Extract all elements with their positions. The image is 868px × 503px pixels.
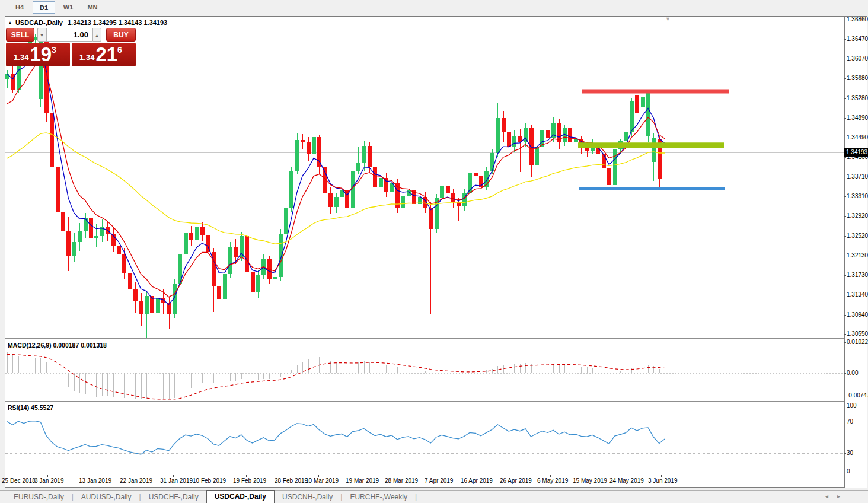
date-tick-label: 19 Mar 2019 bbox=[346, 477, 379, 484]
date-tick-mark bbox=[661, 475, 662, 477]
candle-body bbox=[256, 275, 260, 292]
macd-tick-label: 0.00 bbox=[847, 370, 858, 376]
tab-scroll-left-icon[interactable]: ◂ bbox=[825, 493, 828, 499]
date-tick-mark bbox=[173, 475, 174, 477]
timeframe-button-mn[interactable]: MN bbox=[81, 1, 104, 14]
date-tick-label: 19 Feb 2019 bbox=[233, 477, 266, 484]
date-tick-mark bbox=[359, 475, 359, 477]
tab-eurchfweekly[interactable]: EURCHF-,Weekly bbox=[342, 492, 414, 502]
candle-body bbox=[301, 140, 305, 142]
date-tick-mark bbox=[474, 475, 474, 477]
tab-usdcaddaily[interactable]: USDCAD-,Daily bbox=[206, 490, 275, 503]
date-tick-mark bbox=[318, 475, 319, 477]
candle-body bbox=[490, 153, 494, 170]
date-tick-label: 22 Jan 2019 bbox=[120, 477, 152, 484]
rsi-tick-label: 70 bbox=[847, 418, 853, 425]
rsi-tick-label: 0 bbox=[847, 468, 850, 475]
bid-price-box[interactable]: 1.34 19 3 bbox=[6, 43, 70, 66]
candle-body bbox=[368, 146, 372, 167]
tab-usdchfdaily[interactable]: USDCHF-,Daily bbox=[141, 492, 206, 502]
candle-body bbox=[502, 118, 506, 132]
date-axis[interactable]: 25 Dec 20183 Jan 201913 Jan 201922 Jan 2… bbox=[5, 475, 844, 487]
price-tick-label: 1.34890 bbox=[847, 114, 868, 121]
candle-body bbox=[496, 118, 500, 153]
candle-body bbox=[66, 231, 71, 256]
price-tick-label: 1.31730 bbox=[847, 272, 868, 278]
panel-divider[interactable] bbox=[5, 338, 866, 340]
one-click-trade-panel: SELL ▼ 1.00 ▲ BUY 1.34 19 3 1.34 21 6 bbox=[6, 28, 136, 66]
chart-shift-marker-icon[interactable]: ▼ bbox=[665, 16, 671, 22]
candle-body bbox=[602, 154, 606, 168]
price-tick-label: 1.36070 bbox=[847, 55, 868, 62]
price-tick-label: 1.31340 bbox=[847, 291, 868, 298]
candle-body bbox=[50, 113, 54, 167]
timeframe-button-h4[interactable]: H4 bbox=[8, 1, 31, 14]
one-click-collapse-icon[interactable]: ▲ bbox=[8, 20, 12, 26]
timeframe-button-d1[interactable]: D1 bbox=[33, 1, 55, 14]
candle-body bbox=[429, 208, 433, 229]
macd-signal-line bbox=[7, 354, 665, 399]
tab-audusddaily[interactable]: AUDUSD-,Daily bbox=[74, 492, 139, 502]
candle-body bbox=[535, 147, 539, 165]
toolbar-separator bbox=[108, 1, 108, 14]
candle-body bbox=[379, 178, 383, 187]
price-tick-label: 1.35280 bbox=[847, 95, 868, 101]
candle-body bbox=[585, 148, 589, 151]
rsi-tick-label: 100 bbox=[847, 402, 857, 409]
candle-body bbox=[635, 95, 639, 113]
candle-body bbox=[122, 254, 126, 273]
sell-button[interactable]: SELL bbox=[6, 28, 34, 42]
price-tick-label: 1.32920 bbox=[847, 212, 868, 219]
candle-body bbox=[317, 137, 321, 167]
date-tick-label: 25 Dec 2018 bbox=[2, 477, 36, 484]
candle-body bbox=[72, 242, 76, 256]
candle-body bbox=[307, 142, 311, 154]
panel-divider[interactable] bbox=[5, 401, 866, 403]
chevron-down-icon: ▼ bbox=[40, 33, 44, 37]
chevron-up-icon: ▲ bbox=[95, 33, 99, 37]
rsi-panel-canvas[interactable] bbox=[5, 402, 844, 475]
ask-price-pips: 21 bbox=[95, 44, 117, 65]
date-tick-label: 6 May 2019 bbox=[537, 477, 568, 484]
tab-eurusddaily[interactable]: EURUSD-,Daily bbox=[6, 492, 72, 502]
bid-price-prefix: 1.34 bbox=[14, 53, 28, 62]
bid-price-point: 3 bbox=[52, 45, 56, 55]
candle-body bbox=[184, 233, 188, 254]
candle-body bbox=[440, 186, 444, 198]
tab-scroll-right-icon[interactable]: ▸ bbox=[837, 493, 840, 499]
date-tick-label: 7 Apr 2019 bbox=[425, 477, 453, 484]
candle-body bbox=[328, 193, 333, 208]
timeframe-toolbar: H4D1W1MN bbox=[0, 0, 868, 15]
buy-button[interactable]: BUY bbox=[106, 28, 136, 42]
candle-body bbox=[334, 197, 339, 207]
candle-body bbox=[56, 167, 60, 212]
volume-decrease-button[interactable]: ▼ bbox=[37, 28, 46, 42]
candle-body bbox=[652, 138, 656, 162]
bid-price-pips: 19 bbox=[30, 44, 52, 65]
candle-body bbox=[228, 247, 232, 273]
moving-average-line-8 bbox=[7, 61, 665, 297]
macd-current-values: 0.000187 0.001318 bbox=[53, 342, 107, 349]
candle-body bbox=[362, 146, 366, 163]
timeframe-button-w1[interactable]: W1 bbox=[57, 1, 79, 14]
date-tick-mark bbox=[47, 475, 48, 477]
date-tick-label: 15 May 2019 bbox=[573, 477, 607, 484]
ask-price-box[interactable]: 1.34 21 6 bbox=[72, 43, 136, 66]
tab-usdcnhdaily[interactable]: USDCNH-,Daily bbox=[275, 492, 340, 502]
date-tick-mark bbox=[288, 475, 288, 477]
candle-body bbox=[273, 277, 277, 279]
candle-body bbox=[356, 163, 360, 171]
macd-tick-label: 0.010229 bbox=[847, 339, 868, 345]
candle-body bbox=[189, 233, 193, 240]
volume-input[interactable]: 1.00 bbox=[46, 28, 92, 42]
candle-body bbox=[474, 173, 478, 176]
price-tick-label: 1.34490 bbox=[847, 134, 868, 141]
rsi-tick-label: 30 bbox=[847, 450, 853, 456]
candle-body bbox=[289, 171, 293, 208]
ask-price-prefix: 1.34 bbox=[79, 53, 94, 62]
volume-increase-button[interactable]: ▲ bbox=[92, 28, 101, 42]
candle-body bbox=[568, 128, 572, 142]
macd-panel-canvas[interactable] bbox=[5, 340, 844, 401]
rsi-indicator-label: RSI(14) 45.5527 bbox=[8, 404, 53, 411]
price-tick-label: 1.36860 bbox=[847, 16, 868, 23]
